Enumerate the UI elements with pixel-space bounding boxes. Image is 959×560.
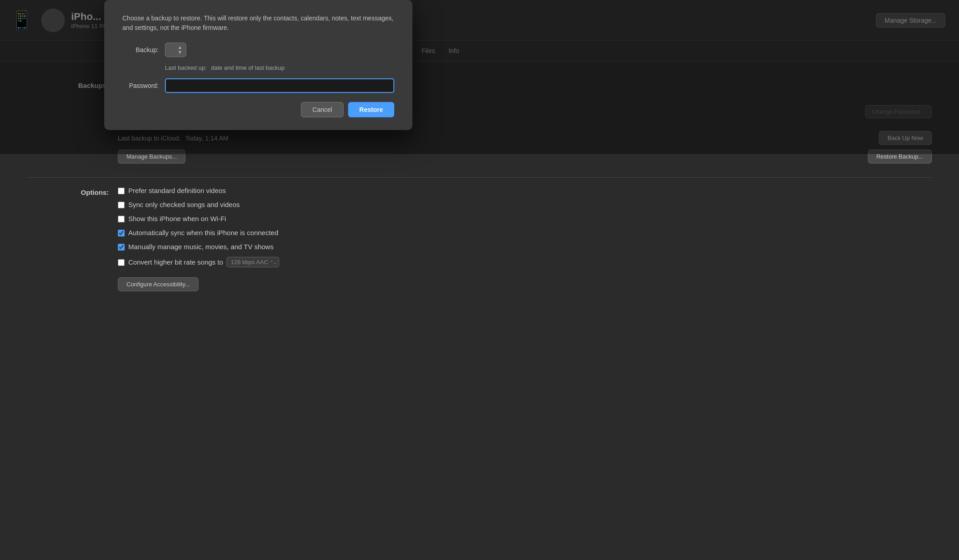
modal-buttons: Cancel Restore	[122, 102, 394, 117]
configure-accessibility-button[interactable]: Configure Accessibility...	[118, 277, 199, 291]
section-divider	[27, 177, 932, 178]
prefer-sd-label: Prefer standard definition videos	[128, 187, 226, 194]
show-wifi-label: Show this iPhone when on Wi-Fi	[128, 215, 226, 222]
cancel-button[interactable]: Cancel	[301, 102, 344, 117]
options-list: Prefer standard definition videos Sync o…	[118, 187, 932, 267]
backup-label: Backup:	[122, 46, 159, 53]
last-backed-value: date and time of last backup	[211, 64, 285, 71]
option-auto-sync[interactable]: Automatically sync when this iPhone is c…	[118, 229, 932, 237]
options-section-label: Options:	[27, 187, 118, 291]
password-label: Password:	[122, 82, 159, 89]
manually-manage-checkbox[interactable]	[118, 244, 125, 251]
option-manually-manage[interactable]: Manually manage music, movies, and TV sh…	[118, 243, 932, 251]
auto-sync-checkbox[interactable]	[118, 230, 125, 237]
password-field-row: Password:	[122, 78, 394, 93]
modal-description: Choose a backup to restore. This will re…	[122, 14, 394, 33]
backup-select-value	[169, 47, 175, 53]
restore-button[interactable]: Restore	[348, 102, 394, 117]
convert-row: Convert higher bit rate songs to 128 kbp…	[118, 257, 932, 267]
options-section: Options: Prefer standard definition vide…	[27, 187, 932, 291]
convert-checkbox[interactable]	[118, 259, 125, 266]
convert-select-wrapper[interactable]: 128 kbps AAC 192 kbps AAC 256 kbps AAC 3…	[227, 257, 279, 267]
option-sync-checked[interactable]: Sync only checked songs and videos	[118, 201, 932, 208]
convert-label: Convert higher bit rate songs to	[128, 258, 223, 266]
last-backed-row: Last backed up: date and time of last ba…	[165, 64, 394, 71]
option-show-wifi[interactable]: Show this iPhone when on Wi-Fi	[118, 215, 932, 222]
sync-checked-checkbox[interactable]	[118, 202, 125, 208]
auto-sync-label: Automatically sync when this iPhone is c…	[128, 229, 278, 237]
prefer-sd-checkbox[interactable]	[118, 188, 125, 194]
convert-select[interactable]: 128 kbps AAC 192 kbps AAC 256 kbps AAC 3…	[227, 257, 279, 267]
options-content: Prefer standard definition videos Sync o…	[118, 187, 932, 291]
backup-field-row: Backup: ▲▼	[122, 43, 394, 57]
manually-manage-label: Manually manage music, movies, and TV sh…	[128, 243, 274, 251]
sync-checked-label: Sync only checked songs and videos	[128, 201, 240, 208]
backup-select-arrow-icon: ▲▼	[177, 45, 182, 55]
option-prefer-sd[interactable]: Prefer standard definition videos	[118, 187, 932, 194]
password-input[interactable]	[165, 78, 394, 93]
last-backed-label: Last backed up:	[165, 64, 207, 71]
restore-backup-modal: Choose a backup to restore. This will re…	[104, 0, 412, 130]
backup-select[interactable]: ▲▼	[165, 43, 186, 57]
show-wifi-checkbox[interactable]	[118, 216, 125, 222]
